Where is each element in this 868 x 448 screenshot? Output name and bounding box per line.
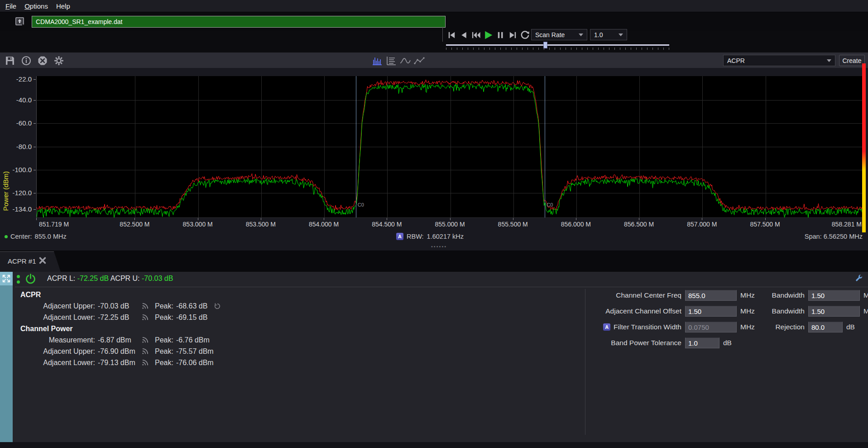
rbw-label: RBW:	[407, 233, 424, 240]
result-row: Adjacent Lower:-79.13 dBmPeak:-76.06 dBm	[20, 357, 221, 368]
bottom-strip	[0, 442, 868, 448]
peak-label: Peak:	[155, 312, 173, 323]
scan-rate-select[interactable]: Scan Rate	[531, 29, 587, 40]
measurement-tabs: ACPR #1	[0, 250, 868, 272]
skip-to-end-button[interactable]	[507, 29, 518, 41]
center-freq-value[interactable]: 855.0 MHz	[35, 233, 67, 240]
application-window: FileOptionsHelp	[0, 0, 868, 448]
expand-icon[interactable]	[0, 272, 13, 285]
rate-select[interactable]: 1.0	[590, 29, 627, 40]
auto-badge-icon[interactable]: A	[396, 233, 403, 240]
curve-view-icon[interactable]	[399, 55, 411, 66]
form-label: Adjacent Channel Offset	[489, 307, 681, 315]
channel-boundary-line	[356, 76, 356, 217]
form-input[interactable]	[685, 337, 719, 348]
splitter-drag-handle[interactable]: ••••••	[431, 244, 447, 249]
play-reverse-button[interactable]	[458, 29, 470, 41]
unit-label: dB	[846, 323, 863, 331]
x-tick-label: 856.000 M	[561, 221, 591, 228]
x-tick-label: 856.500 M	[624, 221, 654, 228]
loop-button[interactable]	[519, 29, 531, 41]
measurement-select[interactable]: ACPR	[723, 55, 835, 66]
rate-value: 1.0	[594, 31, 603, 39]
panel-side-strip	[0, 272, 13, 442]
center-freq-label: Center:	[10, 233, 32, 240]
acpr-settings-form: Channel Center FreqMHzBandwidthMHzAdjace…	[489, 290, 868, 353]
spectrum-view-icon[interactable]	[371, 55, 383, 66]
measurement-select-value: ACPR	[727, 57, 745, 64]
rbw-value[interactable]: 1.60217 kHz	[427, 233, 464, 240]
open-file-icon[interactable]	[14, 16, 25, 27]
channel-boundary-label: C0	[358, 202, 364, 207]
form-input[interactable]	[808, 322, 843, 332]
x-tick-label: 857.500 M	[750, 221, 780, 228]
x-tick-label: 854.000 M	[309, 221, 339, 228]
levels-view-icon[interactable]	[385, 55, 397, 66]
info-icon[interactable]	[21, 55, 32, 66]
plot-area[interactable]: C0C0	[36, 76, 864, 218]
skip-to-start-button[interactable]	[446, 29, 457, 41]
y-tick-label: -22.0	[0, 75, 32, 83]
filename-field[interactable]	[32, 16, 446, 28]
position-slider-track[interactable]	[446, 44, 669, 46]
form-label: Rejection	[761, 323, 805, 331]
tab-close-icon[interactable]	[38, 256, 47, 265]
x-tick-label: 851.719 M	[39, 221, 69, 228]
form-label: Bandwidth	[761, 291, 805, 299]
result-row: Measurement:-6.87 dBmPeak:-6.76 dBm	[20, 334, 221, 346]
form-label: Band Power Tolerance	[489, 339, 681, 347]
auto-badge-icon[interactable]: A	[603, 323, 610, 331]
x-tick-label: 854.500 M	[372, 221, 402, 228]
plot-info-row: Center: 855.0 MHz A RBW: 1.60217 kHz Spa…	[0, 233, 868, 243]
signal-trace-icon	[141, 302, 153, 310]
result-value: -70.03 dB	[98, 300, 141, 312]
acpr-results-panel: ACPR L: -72.25 dB ACPR U: -70.03 dB ACPR…	[0, 272, 868, 442]
signal-trace-icon	[141, 336, 153, 344]
result-label: Adjacent Lower:	[20, 357, 95, 368]
span-value[interactable]: 6.56250 MHz	[824, 233, 863, 240]
x-tick-label: 857.000 M	[687, 221, 717, 228]
result-label: Measurement:	[20, 334, 95, 346]
x-tick-label: 852.500 M	[120, 221, 149, 228]
result-row: Adjacent Upper:-70.03 dBPeak:-68.63 dB	[20, 300, 221, 312]
gear-icon[interactable]	[53, 55, 64, 66]
chevron-down-icon	[827, 59, 831, 62]
form-label: Channel Center Freq	[489, 291, 681, 299]
form-input[interactable]	[685, 290, 737, 301]
form-input[interactable]	[685, 306, 737, 317]
form-row: Band Power TolerancedB	[489, 337, 868, 348]
peak-value: -76.06 dBm	[176, 357, 214, 368]
result-value: -72.25 dB	[98, 312, 141, 323]
signal-trace-icon	[141, 359, 153, 366]
form-input[interactable]	[808, 306, 860, 317]
divider	[442, 27, 443, 42]
max-hold-trace	[37, 80, 864, 210]
create-button[interactable]: Create	[839, 55, 865, 66]
history-icon[interactable]	[214, 303, 221, 310]
save-icon[interactable]	[5, 55, 15, 66]
peak-label: Peak:	[155, 334, 173, 346]
menu-item-options[interactable]: Options	[24, 1, 53, 11]
play-button[interactable]	[483, 29, 494, 41]
form-label: Bandwidth	[761, 307, 805, 315]
scatter-view-icon[interactable]	[413, 55, 425, 66]
menu-item-file[interactable]: File	[5, 1, 22, 11]
file-bar: Scan Rate 1.0 0.024732038 seconds 162304…	[0, 13, 868, 31]
power-toggle-icon[interactable]	[25, 273, 36, 284]
section-title: ACPR	[20, 289, 221, 300]
acpr-u-value: -70.03 dB	[142, 275, 173, 282]
result-value: -76.90 dBm	[98, 346, 141, 357]
tab-acpr-1[interactable]: ACPR #1	[0, 251, 61, 272]
acpr-summary: ACPR L: -72.25 dB ACPR U: -70.03 dB	[47, 275, 173, 283]
menu-item-help[interactable]: Help	[55, 1, 76, 11]
pause-button[interactable]	[495, 29, 506, 41]
form-input[interactable]	[685, 322, 737, 332]
form-input[interactable]	[808, 290, 860, 301]
amplitude-colorbar	[862, 63, 866, 232]
settings-wrench-icon[interactable]	[855, 274, 863, 282]
x-tick-label: 853.500 M	[246, 221, 276, 228]
x-tick-label: 853.000 M	[183, 221, 213, 228]
step-back-button[interactable]	[470, 29, 482, 41]
close-octagon-icon[interactable]	[37, 55, 48, 66]
acpr-l-value: -72.25 dB	[77, 275, 109, 282]
